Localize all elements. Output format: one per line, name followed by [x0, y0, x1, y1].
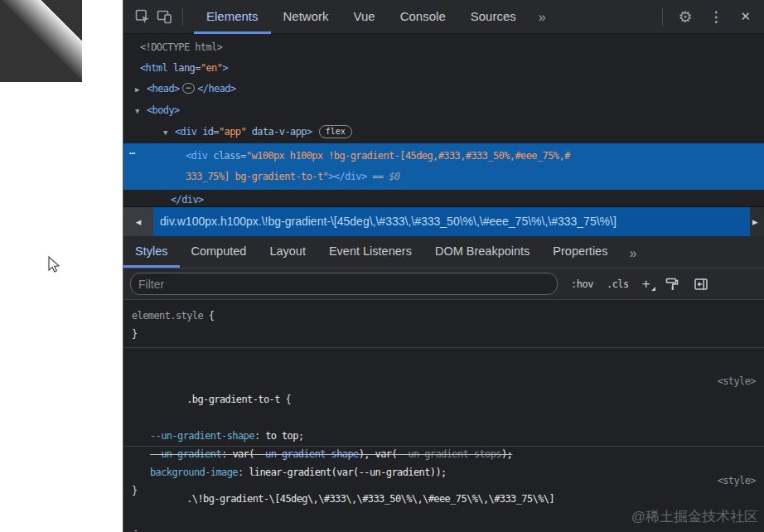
expand-arrow-icon[interactable]: ▼ [163, 123, 175, 143]
tab-styles[interactable]: Styles [123, 236, 180, 268]
toolbar-divider [662, 7, 663, 26]
code-token: > [307, 126, 312, 138]
styles-rules-list: element.style { } <style> .bg-gradient-t… [123, 300, 764, 531]
tree-node-body[interactable]: ▼<body> [123, 100, 764, 122]
code-token: <div [175, 126, 202, 138]
dock-sidebar-icon [694, 277, 708, 292]
code-token: </div> [171, 194, 204, 206]
inspect-cursor-icon [134, 8, 151, 25]
css-var-link[interactable]: --un-gradient-stops [397, 448, 501, 460]
expand-arrow-icon[interactable]: ▶ [135, 80, 147, 100]
tab-layout[interactable]: Layout [258, 236, 317, 268]
rule-element-style[interactable]: element.style { } [123, 300, 764, 348]
code-token: <!DOCTYPE html> [140, 41, 222, 53]
tree-node-doctype[interactable]: <!DOCTYPE html> [123, 37, 764, 58]
tab-computed[interactable]: Computed [180, 236, 259, 268]
new-style-rule-button[interactable]: + [642, 278, 650, 290]
breadcrumb-bar: ◂ div.w100px.h100px.\!bg-gradient-\[45de… [123, 206, 764, 236]
close-devtools-icon[interactable]: ✕ [740, 9, 751, 24]
code-token: "en" [201, 62, 223, 74]
tree-node-selected-div[interactable]: ⋯ <div class="w100px h100px !bg-gradient… [123, 143, 764, 190]
tab-event-listeners[interactable]: Event Listeners [317, 236, 423, 268]
rendering-emulations-button[interactable] [665, 277, 679, 292]
code-token: <head> [147, 83, 180, 94]
rule-selector[interactable]: element.style { [132, 307, 764, 325]
code-token: == [367, 171, 389, 182]
settings-gear-icon[interactable]: ⚙ [678, 7, 692, 27]
toggle-hover-state-button[interactable]: :hov [571, 278, 593, 290]
rule-bg-gradient-to-t[interactable]: <style> .bg-gradient-to-t { --un-gradien… [123, 348, 764, 447]
code-token: <div [186, 150, 213, 162]
code-token: "app" [219, 126, 246, 138]
tab-elements[interactable]: Elements [194, 0, 271, 34]
devtools-toolbar: Elements Network Vue Console Sources » ⚙… [123, 0, 764, 34]
breadcrumb-scroll-left-button[interactable]: ◂ [123, 207, 153, 236]
tab-dom-breakpoints[interactable]: DOM Breakpoints [423, 236, 541, 268]
code-token: element.style [132, 310, 203, 322]
css-var-link[interactable]: --un-gradient-shape [254, 448, 359, 460]
tree-node-app-div-close[interactable]: </div> [123, 190, 764, 206]
styles-filter-bar: :hov .cls + [123, 268, 764, 300]
toggle-sidebar-button[interactable] [694, 277, 708, 292]
code-token: lang= [173, 62, 201, 74]
selected-node-code: <div class="w100px h100px !bg-gradient-[… [186, 146, 572, 187]
code-token: .bg-gradient-to-t [186, 394, 280, 405]
tree-node-app-div[interactable]: ▼<div id="app" data-v-app>flex [123, 122, 764, 143]
rule-selector[interactable]: <style> .bg-gradient-to-t { [132, 354, 764, 427]
code-token: linear-gradient(var(--un-gradient)); [249, 467, 447, 478]
code-token: --un-gradient-shape [150, 430, 254, 442]
elements-tree: <!DOCTYPE html> <html lang="en"> ▶<head>… [123, 34, 764, 206]
more-options-icon[interactable]: ⋮ [708, 8, 723, 26]
expand-arrow-icon[interactable]: ▼ [135, 101, 147, 122]
more-tabs-button[interactable]: » [529, 0, 556, 34]
tab-console[interactable]: Console [388, 0, 458, 34]
panel-tabs: Elements Network Vue Console Sources » [194, 0, 556, 34]
stylesheet-origin-link[interactable]: <style> [718, 472, 756, 490]
breadcrumb-scroll-right-button[interactable]: ▸ [750, 207, 764, 236]
code-token: <html [140, 62, 173, 74]
toolbar-right: ⚙ ⋮ ✕ [655, 7, 764, 27]
tree-node-html[interactable]: <html lang="en"> [123, 58, 764, 79]
rule-close-brace: } [132, 325, 764, 343]
code-token: ), var( [359, 448, 397, 460]
mouse-cursor-icon [46, 255, 64, 273]
code-token: --un-gradient [150, 448, 221, 460]
tree-node-head[interactable]: ▶<head>⋯</head> [123, 79, 764, 100]
breadcrumb-selected-node[interactable]: div.w100px.h100px.\!bg-gradient-\[45deg\… [153, 207, 750, 236]
tab-sources[interactable]: Sources [458, 0, 529, 34]
flex-badge[interactable]: flex [319, 125, 352, 138]
selector-text: .bg-gradient-to-t { [186, 394, 291, 405]
code-token: <body> [147, 104, 180, 116]
code-token: ></div> [328, 171, 366, 182]
code-token: </head> [197, 83, 235, 94]
toggle-element-classes-button[interactable]: .cls [607, 278, 629, 290]
code-token: ); [501, 448, 512, 460]
rendered-page [0, 0, 123, 532]
code-token: { [203, 310, 214, 322]
stylesheet-origin-link[interactable]: <style> [718, 372, 756, 390]
devtools-panel: Elements Network Vue Console Sources » ⚙… [123, 0, 764, 532]
more-sidebar-tabs-button[interactable]: » [619, 236, 646, 268]
toolbar-divider [182, 7, 183, 26]
declaration-un-gradient-shape[interactable]: --un-gradient-shape: to top; [132, 427, 764, 445]
code-token: class= [213, 150, 246, 162]
tab-properties[interactable]: Properties [541, 236, 619, 268]
device-toolbar-icon [156, 8, 172, 25]
code-token: to top [265, 430, 298, 442]
ellipsis-badge[interactable]: ⋯ [182, 83, 195, 94]
inspect-element-button[interactable] [132, 6, 153, 27]
code-token: data-v-app [246, 126, 307, 138]
code-token: : [238, 467, 249, 478]
code-token: .\!bg-gradient-\[45deg\,\#333\,\#333_50\… [186, 493, 554, 505]
code-token: var( [232, 448, 254, 460]
code-token: $0 [389, 171, 399, 182]
code-token: > [222, 62, 228, 74]
code-token: : [254, 430, 265, 442]
tab-network[interactable]: Network [271, 0, 341, 34]
device-toolbar-button[interactable] [153, 6, 175, 27]
node-menu-dots[interactable]: ⋯ [129, 143, 135, 164]
sidebar-tabs: Styles Computed Layout Event Listeners D… [123, 236, 764, 268]
styles-filter-input[interactable] [130, 273, 558, 295]
tab-vue[interactable]: Vue [341, 0, 388, 34]
devtools-screenshot: Elements Network Vue Console Sources » ⚙… [0, 0, 764, 532]
